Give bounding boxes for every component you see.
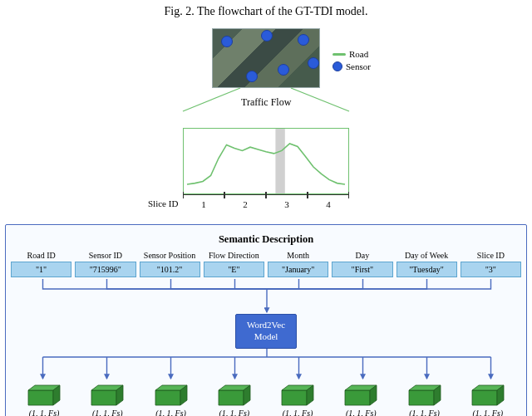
tensor-cube-icon (25, 384, 63, 407)
legend-sensor-label: Sensor (346, 61, 371, 71)
field-label: Flow Direction (209, 251, 259, 260)
semantic-field: Day"First" (332, 251, 392, 277)
tensor-cube-icon (88, 384, 126, 407)
tensor-item: (1, 1, Fs) (14, 384, 74, 417)
sensor-dot-icon (221, 36, 233, 47)
tensor-cube-icon (152, 384, 190, 407)
fig2-caption: Fig. 2. The flowchart of the GT-TDI mode… (0, 0, 532, 20)
field-value: "3" (461, 262, 521, 277)
semantic-field: Day of Week"Tuesday" (397, 251, 457, 277)
slice-id-axis-label: Slice ID (148, 198, 178, 208)
traffic-flow-label: Traffic Flow (241, 96, 291, 109)
slice-number: 1 (195, 199, 212, 209)
field-value: "First" (332, 262, 392, 277)
field-value: "Tuesday" (397, 262, 457, 277)
svg-marker-18 (155, 390, 180, 405)
field-label: Slice ID (477, 251, 505, 260)
chart-frame (183, 128, 349, 194)
tensor-item: (1, 1, Fs) (458, 384, 518, 417)
field-label: Sensor Position (144, 251, 196, 260)
semantic-field: Slice ID"3" (461, 251, 521, 277)
word2vec-label-line2: Model (254, 331, 278, 341)
map-legend: Road Sensor (332, 49, 371, 74)
slice-ticks: 1234 (183, 194, 349, 209)
tensor-item: (1, 1, Fs) (77, 384, 137, 417)
tensor-shape-label: (1, 1, Fs) (473, 409, 504, 417)
tensor-item: (1, 1, Fs) (141, 384, 201, 417)
svg-marker-33 (472, 390, 497, 405)
field-label: Day (356, 251, 370, 260)
tensor-row: (1, 1, Fs) (1, 1, Fs) (1, 1, Fs) (1, 1, … (11, 384, 521, 417)
sensor-dot-icon (278, 64, 289, 76)
field-value: "1" (11, 262, 71, 277)
svg-marker-21 (219, 390, 244, 405)
chart-line-icon (184, 129, 348, 193)
field-label: Month (287, 251, 309, 260)
tensor-shape-label: (1, 1, Fs) (409, 409, 440, 417)
fields-row: Road ID"1"Sensor ID"715996"Sensor Positi… (11, 251, 521, 277)
field-label: Road ID (27, 251, 56, 260)
semantic-field: Month"January" (268, 251, 328, 277)
svg-marker-30 (409, 390, 434, 405)
semantic-field: Road ID"1" (11, 251, 71, 277)
svg-marker-27 (345, 390, 370, 405)
legend-road-label: Road (349, 49, 368, 59)
slice-number: 4 (320, 199, 337, 209)
sensor-dot-icon (308, 57, 319, 69)
tensor-shape-label: (1, 1, Fs) (346, 409, 377, 417)
slice-number: 2 (237, 199, 254, 209)
semantic-description-title: Semantic Description (11, 233, 521, 246)
sensor-dot-icon (298, 34, 309, 46)
word2vec-label-line1: Word2Vec (247, 320, 285, 330)
semantic-field: Sensor Position"101.2" (140, 251, 200, 277)
sensor-dot-icon (261, 30, 273, 42)
fields-to-model-arrows (11, 277, 523, 314)
sensor-dot-icon (246, 71, 258, 82)
map-image (212, 28, 320, 88)
field-value: "E" (204, 262, 264, 277)
road-line-icon (332, 53, 346, 56)
legend-road: Road (332, 49, 371, 59)
svg-marker-15 (91, 390, 116, 405)
tensor-cube-icon (469, 384, 507, 407)
field-label: Day of Week (405, 251, 448, 260)
figure-container: Fig. 2. The flowchart of the GT-TDI mode… (0, 0, 532, 416)
svg-marker-24 (282, 390, 307, 405)
tensor-shape-label: (1, 1, Fs) (155, 409, 186, 417)
semantic-field: Sensor ID"715996" (75, 251, 135, 277)
sensor-dot-icon (332, 61, 342, 71)
svg-marker-12 (28, 390, 53, 405)
tensor-cube-icon (342, 384, 380, 407)
slice-number: 3 (278, 199, 295, 209)
model-to-tensor-arrows (11, 349, 523, 380)
legend-sensor: Sensor (332, 61, 371, 71)
map-area: Road Sensor Traffic Flow (0, 20, 532, 128)
field-value: "715996" (75, 262, 135, 277)
svg-rect-0 (275, 129, 284, 193)
traffic-flow-chart: Slice ID 1234 (0, 128, 532, 219)
field-value: "January" (268, 262, 328, 277)
tensor-cube-icon (406, 384, 444, 407)
tensor-item: (1, 1, Fs) (268, 384, 328, 417)
tensor-item: (1, 1, Fs) (204, 384, 264, 417)
semantic-description-box: Semantic Description Road ID"1"Sensor ID… (5, 224, 527, 416)
tensor-shape-label: (1, 1, Fs) (219, 409, 250, 417)
tensor-shape-label: (1, 1, Fs) (92, 409, 123, 417)
tensor-shape-label: (1, 1, Fs) (283, 409, 313, 417)
semantic-field: Flow Direction"E" (204, 251, 264, 277)
tensor-cube-icon (215, 384, 254, 407)
field-value: "101.2" (140, 262, 200, 277)
tensor-item: (1, 1, Fs) (331, 384, 391, 417)
word2vec-model-box: Word2Vec Model (235, 314, 297, 349)
tensor-item: (1, 1, Fs) (395, 384, 455, 417)
tensor-cube-icon (278, 384, 317, 407)
tensor-shape-label: (1, 1, Fs) (29, 409, 60, 417)
field-label: Sensor ID (89, 251, 122, 260)
